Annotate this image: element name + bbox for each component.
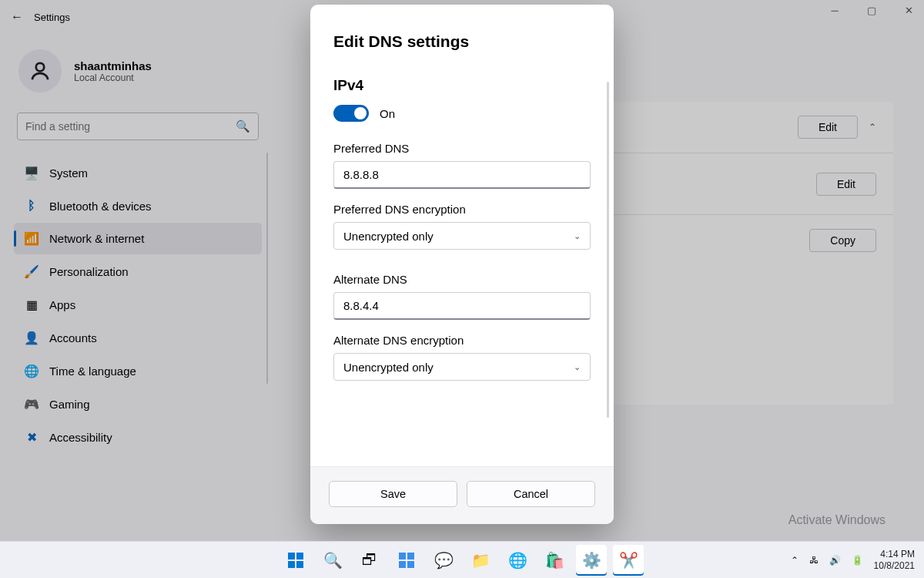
clock-date: 10/8/2021 [874, 560, 915, 572]
tray-chevron-icon[interactable]: ⌃ [791, 555, 798, 566]
dialog-scrollbar[interactable] [607, 82, 609, 418]
svg-rect-4 [296, 561, 303, 568]
section-ipv4: IPv4 [333, 77, 591, 94]
network-tray-icon[interactable]: 🖧 [809, 555, 819, 566]
alternate-enc-select[interactable]: Unencrypted only ⌄ [333, 353, 591, 381]
widgets-icon[interactable] [391, 545, 422, 576]
snip-tool-icon[interactable]: ✂️ [613, 545, 644, 576]
battery-tray-icon[interactable]: 🔋 [852, 555, 863, 566]
clock-time: 4:14 PM [874, 549, 915, 560]
alternate-dns-label: Alternate DNS [333, 273, 591, 286]
chevron-down-icon: ⌄ [574, 362, 581, 372]
svg-rect-1 [288, 553, 295, 560]
start-button[interactable] [280, 545, 311, 576]
svg-rect-3 [288, 561, 295, 568]
taskbar-search-icon[interactable]: 🔍 [317, 545, 348, 576]
svg-rect-2 [296, 553, 303, 560]
edit-dns-dialog: Edit DNS settings IPv4 On Preferred DNS … [310, 5, 614, 524]
preferred-dns-label: Preferred DNS [333, 142, 591, 155]
input-value: 8.8.4.4 [343, 299, 379, 312]
svg-rect-7 [399, 561, 406, 568]
dialog-title: Edit DNS settings [333, 32, 591, 51]
preferred-dns-input[interactable]: 8.8.8.8 [333, 161, 591, 189]
chevron-down-icon: ⌄ [574, 231, 581, 241]
task-view-icon[interactable]: 🗗 [354, 545, 385, 576]
svg-rect-6 [407, 553, 414, 560]
cancel-button[interactable]: Cancel [467, 481, 595, 507]
preferred-enc-label: Preferred DNS encryption [333, 203, 591, 216]
toggle-state-label: On [380, 107, 395, 120]
alternate-dns-input[interactable]: 8.8.4.4 [333, 292, 591, 320]
file-explorer-icon[interactable]: 📁 [465, 545, 496, 576]
input-value: 8.8.8.8 [343, 168, 379, 181]
save-button[interactable]: Save [329, 481, 457, 507]
volume-tray-icon[interactable]: 🔊 [829, 555, 841, 566]
alternate-enc-label: Alternate DNS encryption [333, 334, 591, 347]
modal-overlay: Edit DNS settings IPv4 On Preferred DNS … [0, 0, 924, 578]
ipv4-toggle[interactable] [333, 105, 369, 122]
system-tray[interactable]: ⌃ 🖧 🔊 🔋 4:14 PM 10/8/2021 [791, 549, 915, 572]
settings-taskbar-icon[interactable]: ⚙️ [576, 545, 607, 576]
clock[interactable]: 4:14 PM 10/8/2021 [874, 549, 915, 572]
svg-rect-8 [407, 561, 414, 568]
select-value: Unencrypted only [343, 361, 434, 374]
svg-rect-5 [399, 553, 406, 560]
taskbar: 🔍 🗗 💬 📁 🌐 🛍️ ⚙️ ✂️ ⌃ 🖧 🔊 🔋 4:14 PM 10/8/… [0, 541, 924, 578]
chat-icon[interactable]: 💬 [428, 545, 459, 576]
store-icon[interactable]: 🛍️ [539, 545, 570, 576]
edge-icon[interactable]: 🌐 [502, 545, 533, 576]
preferred-enc-select[interactable]: Unencrypted only ⌄ [333, 222, 591, 250]
select-value: Unencrypted only [343, 230, 434, 243]
